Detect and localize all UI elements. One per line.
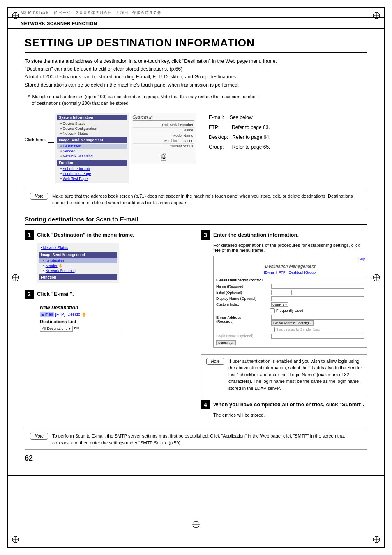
page-number: 62: [25, 454, 367, 463]
step-2-screenshot: New Destination E-mail [FTP] [Deskto ✋ D…: [37, 302, 119, 334]
step-2-header: 2 Click "E-mail".: [25, 290, 191, 299]
form-title: Destination Management: [214, 262, 367, 270]
screenshot-area: Click here. — System Information • Devic…: [25, 113, 367, 183]
ftp-tab[interactable]: [FTP]: [55, 312, 65, 317]
form-row-frequently-used: Frequently Used: [270, 308, 364, 313]
steps-right: 3 Enter the destination information. For…: [201, 230, 367, 424]
menu-item-web-test[interactable]: • Web Test Page: [57, 176, 127, 181]
s1-image-send: Image Send Management: [39, 252, 117, 258]
form-link-desktop[interactable]: [Desktop]: [288, 270, 303, 274]
step-3-title: Enter the destination information.: [213, 230, 299, 239]
form-row-sender-list: It adds also to Sender List.: [270, 327, 364, 332]
menu-item-device-status: • Device Status: [57, 121, 127, 126]
note-text-1: Make sure that the address book screen (…: [52, 193, 362, 206]
email-tab[interactable]: E-mail: [40, 312, 54, 317]
destination-form: Help Destination Management [E-mail] [FT…: [213, 256, 367, 348]
step-2-block: 2 Click "E-mail". New Destination E-mail…: [25, 290, 191, 334]
step-4-title: When you have completed all of the entri…: [213, 400, 364, 408]
s1-destination[interactable]: • Destination: [39, 258, 117, 263]
step-4-block: 4 When you have completed all of the ent…: [201, 400, 367, 417]
cursor-icon: ✋: [81, 312, 86, 317]
input-initial[interactable]: [271, 290, 292, 295]
intro-line-4: Stored destinations can be selected in t…: [25, 81, 367, 89]
step-2-title: Click "E-mail".: [37, 290, 74, 298]
note-icon-3: Note: [30, 433, 48, 440]
s1-sender[interactable]: • Sender ✋: [39, 263, 117, 268]
email-addr-section: Global Address Search(G): [271, 315, 364, 326]
step-4-number: 4: [201, 400, 210, 409]
top-bar-text: MX-M310.book 62 ページ ２００９年７月６日 月曜日 午後６時５７…: [21, 10, 161, 15]
sender-list-checkbox[interactable]: [270, 327, 275, 332]
edge-mark-right: [372, 274, 380, 282]
footer-line: [8, 475, 384, 476]
step-3-block: 3 Enter the destination information. For…: [201, 230, 367, 348]
form-help-link[interactable]: Help: [214, 256, 367, 262]
steps-layout: 1 Click "Destination" in the menu frame.…: [25, 230, 367, 424]
si-status: Current Status:: [133, 144, 194, 149]
input-name[interactable]: [271, 284, 364, 289]
form-row-custom-index: Custom Index USER 1 ▾: [216, 302, 364, 307]
step-2-content: New Destination E-mail [FTP] [Deskto ✋ D…: [37, 302, 191, 334]
step2-dropdown: All Destinations ▾ No: [40, 326, 116, 332]
form-section-title: E-mail Destination Control: [216, 278, 364, 282]
menu-item-destination-highlighted[interactable]: • Destination: [57, 144, 127, 149]
note-box-3: Note To perform Scan to E-mail, the SMTP…: [25, 429, 367, 450]
si-model: Model Name:: [133, 133, 194, 138]
custom-index-select[interactable]: USER 1 ▾: [271, 302, 288, 307]
submit-button[interactable]: Submit (S): [216, 340, 236, 345]
header-label: NETWORK SCANNER FUNCTION: [21, 21, 97, 26]
form-link-ftp[interactable]: [FTP]: [277, 270, 286, 274]
menu-item-submit-print[interactable]: • Submit Print Job: [57, 166, 127, 171]
intro-line-2: "Destination" can also be used to edit o…: [25, 65, 367, 73]
step2-email-links: E-mail [FTP] [Deskto ✋: [40, 312, 116, 317]
form-row-email-addr: E-mail Address(Required) Global Address …: [216, 315, 364, 326]
menu-section-system-info: System Information: [57, 115, 127, 120]
menu-item-device-config: • Device Configuration: [57, 126, 127, 131]
menu-item-network-status: • Network Status: [57, 131, 127, 136]
input-login-name[interactable]: [271, 334, 364, 339]
intro-line-1: To store the name and address of a desti…: [25, 58, 367, 65]
s1-function: Function: [39, 274, 117, 280]
corner-mark-br: [372, 535, 380, 543]
note-text-2: If user authentication is enabled and yo…: [228, 358, 362, 392]
note-icon-2: Note: [206, 358, 224, 365]
sender-list-label: It adds also to Sender List.: [276, 327, 320, 332]
form-row-display-name: Display Name (Optional): [216, 296, 364, 301]
input-email-addr[interactable]: [271, 315, 364, 320]
system-info-header: System In: [133, 115, 194, 121]
form-link-email[interactable]: [E-mail]: [264, 270, 277, 274]
frequently-used-label: Frequently Used: [276, 309, 303, 313]
all-destinations-dropdown[interactable]: All Destinations ▾: [40, 326, 73, 332]
step-1-block: 1 Click "Destination" in the menu frame.…: [25, 230, 191, 283]
info-list: E-mail: See below FTP: Refer to page 63.…: [209, 113, 270, 152]
note-icon-1: Note: [30, 193, 48, 200]
s1-network-status: • Network Status: [39, 245, 117, 251]
step-3-content: For detailed explanations of the procedu…: [213, 243, 367, 348]
form-section: E-mail Destination Control Name (Require…: [214, 276, 367, 347]
global-address-search-button[interactable]: Global Address Search(G): [271, 320, 314, 326]
step-3-header: 3 Enter the destination information.: [201, 230, 367, 240]
frequently-used-checkbox[interactable]: [270, 308, 275, 313]
edge-mark-left: [12, 274, 20, 282]
input-display-name[interactable]: [271, 296, 364, 301]
step-1-screenshot: • Network Status Image Send Management •…: [37, 243, 119, 283]
step-1-number: 1: [25, 230, 34, 240]
step-1-header: 1 Click "Destination" in the menu frame.: [25, 230, 191, 240]
main-content: SETTING UP DESTINATION INFORMATION To st…: [8, 29, 384, 471]
corner-mark-tr: [372, 12, 380, 20]
corner-mark-tl: [12, 12, 20, 20]
form-links: [E-mail] [FTP] [Desktop] [Group]: [214, 270, 367, 274]
si-name: Name:: [133, 128, 194, 133]
click-here-label: Click here.: [25, 137, 46, 142]
desktop-tab[interactable]: [Deskto: [66, 312, 80, 317]
form-link-group[interactable]: [Group]: [304, 270, 317, 274]
edge-mark-bottom: [192, 520, 200, 529]
step-4-header: 4 When you have completed all of the ent…: [201, 400, 367, 409]
menu-item-network-scanning[interactable]: • Network Scanning: [57, 154, 127, 159]
menu-item-sender[interactable]: • Sender: [57, 149, 127, 154]
s1-network-scanning[interactable]: • Network Scanning: [39, 268, 117, 273]
step-1-title: Click "Destination" in the menu frame.: [37, 230, 134, 239]
menu-item-printer-test[interactable]: • Printer Test Page: [57, 171, 127, 176]
new-destination-label: New Destination: [40, 305, 116, 311]
si-serial: Unit Serial Number:: [133, 122, 194, 128]
